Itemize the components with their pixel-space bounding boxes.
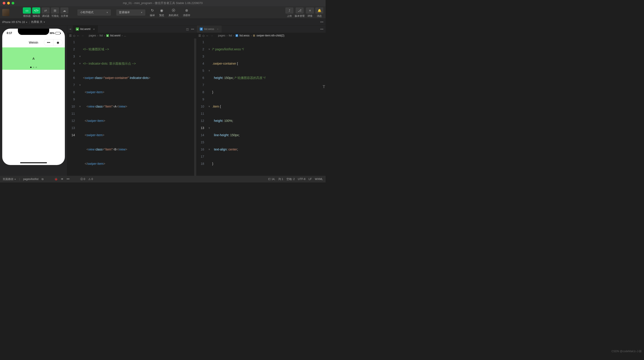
encoding[interactable]: UTF-8 xyxy=(298,178,306,181)
tabs-left: ⇥ ▸list.wxml× ◫••• xyxy=(67,26,196,33)
copy-icon[interactable]: ⧉ xyxy=(42,178,44,181)
bc-list[interactable]: list xyxy=(229,34,232,37)
close-tab-icon[interactable]: × xyxy=(217,28,219,31)
status-battery: 99% xyxy=(50,32,54,34)
status-time: 0:17 xyxy=(7,32,12,35)
bc-pages[interactable]: pages xyxy=(89,34,96,37)
eol[interactable]: LF xyxy=(308,178,312,181)
page-title: Weixin xyxy=(29,41,38,44)
hotreload-selector[interactable]: 热重载 关 ▼ xyxy=(31,20,46,24)
code-wxml[interactable]: 1234567891011121314 ∨∨∨∨ <!-- 轮播图区域 --> … xyxy=(67,38,196,176)
device-bar: iPhone XR 67% 16 ▼ | 热重载 关 ▼ ••• xyxy=(0,19,326,26)
view-toggle-group: ▭模拟器 </>编辑器 ⇄调试器 ⊞可视化 ☁云开发 xyxy=(23,8,68,18)
simulator-panel: 0:17 99% Weixin •••◉ A xyxy=(0,26,67,176)
page-path[interactable]: pages/list/list xyxy=(23,178,38,181)
remote-debug-button[interactable]: ⦿真机调试 xyxy=(168,8,178,17)
back-icon[interactable]: ← xyxy=(77,34,80,37)
tabs-right: #list.wxss× ••• xyxy=(196,26,326,33)
compile-button[interactable]: ↻编译 xyxy=(150,8,155,17)
preview-button[interactable]: ◉预览 xyxy=(159,8,164,17)
main-area: 0:17 99% Weixin •••◉ A ⇥ ▸list.wxml× ◫••… xyxy=(0,26,326,176)
editor-toggle[interactable]: </>编辑器 xyxy=(32,8,40,18)
indent[interactable]: 空格: 2 xyxy=(286,177,295,181)
close-window-button[interactable] xyxy=(3,2,5,4)
phone-notch xyxy=(18,28,49,35)
more-icon[interactable]: ••• xyxy=(320,28,323,31)
simulator-toggle[interactable]: ▭模拟器 xyxy=(23,8,31,18)
language[interactable]: WXML xyxy=(315,178,323,181)
code-wxss[interactable]: 123456789101112131415161718 ∨∨∨∨∨ /* pag… xyxy=(196,38,326,176)
bc-list[interactable]: list xyxy=(100,34,103,37)
device-selector[interactable]: iPhone XR 67% 16 ▼ xyxy=(2,20,28,24)
list-icon[interactable]: ☰ xyxy=(198,34,201,37)
split-icon[interactable]: ◫ xyxy=(186,28,189,31)
bug-icon[interactable]: 🐞 xyxy=(54,178,58,181)
main-toolbar: ▭模拟器 </>编辑器 ⇄调试器 ⊞可视化 ☁云开发 小程序模式▼ 普通编译▼ … xyxy=(0,6,326,19)
toggle-sidebar-icon[interactable]: ⇥ xyxy=(67,26,73,33)
home-indicator xyxy=(20,162,47,163)
compile-dropdown[interactable]: 普通编译▼ xyxy=(116,10,145,16)
forward-icon[interactable]: → xyxy=(81,34,84,37)
breadcrumb-right: ☰ ◇ ← → pages› list› # list.wxss› ⊞ swip… xyxy=(196,33,326,38)
debugger-toggle[interactable]: ⇄调试器 xyxy=(42,8,50,18)
mode-dropdown[interactable]: 小程序模式▼ xyxy=(77,10,111,16)
traffic-lights xyxy=(3,2,14,4)
more-icon[interactable]: ••• xyxy=(320,20,323,24)
bc-pages[interactable]: pages xyxy=(218,34,226,37)
swiper-dots xyxy=(30,67,37,68)
swiper-content: A xyxy=(32,57,34,60)
bc-selector[interactable]: swiper-item:nth-child(2) xyxy=(256,34,284,37)
minimize-window-button[interactable] xyxy=(7,2,10,4)
upload-button[interactable]: ⤴上传 xyxy=(285,8,294,18)
statusbar: 页面路径 ▼ | pages/list/list ⧉ 🐞 👁 ••• ⓧ 0 ⚠… xyxy=(0,176,326,182)
cursor-col[interactable]: 列 1 xyxy=(278,177,283,181)
phone-nav-bar: Weixin •••◉ xyxy=(2,38,65,48)
editor-left: ⇥ ▸list.wxml× ◫••• ☰ ◇ ← → pages› list› … xyxy=(67,26,196,176)
side-indicator: T xyxy=(323,83,325,90)
list-icon[interactable]: ☰ xyxy=(69,34,72,37)
eye-icon[interactable]: 👁 xyxy=(61,178,64,181)
back-icon[interactable]: ← xyxy=(206,34,209,37)
version-button[interactable]: ⎇版本管理 xyxy=(295,8,304,18)
bookmark-icon[interactable]: ◇ xyxy=(202,34,204,37)
bc-file[interactable]: list.wxss xyxy=(240,34,250,37)
window-title: mp_01 - mini_program - 微信开发者工具 Stable 1.… xyxy=(123,1,203,5)
bc-more[interactable]: ... xyxy=(124,34,126,37)
more-icon[interactable]: ••• xyxy=(67,178,70,181)
tab-list-wxss[interactable]: #list.wxss× xyxy=(196,26,222,33)
forward-icon[interactable]: → xyxy=(210,34,213,37)
phone-frame: 0:17 99% Weixin •••◉ A xyxy=(2,28,65,165)
breadcrumb-left: ☰ ◇ ← → pages› list› ▸ list.wxml› ... xyxy=(67,33,196,38)
cursor-line[interactable]: 行 14, xyxy=(268,177,275,181)
message-button[interactable]: 🔔消息 xyxy=(315,8,323,18)
warnings[interactable]: ⚠ 0 xyxy=(88,178,93,181)
avatar[interactable] xyxy=(2,9,10,16)
bookmark-icon[interactable]: ◇ xyxy=(73,34,75,37)
swiper-preview[interactable]: A xyxy=(2,48,65,70)
titlebar: mp_01 - mini_program - 微信开发者工具 Stable 1.… xyxy=(0,0,326,6)
maximize-window-button[interactable] xyxy=(12,2,14,4)
more-icon[interactable]: ••• xyxy=(191,28,194,31)
errors[interactable]: ⓧ 0 xyxy=(80,177,85,181)
clear-cache-button[interactable]: ⊗清缓存 xyxy=(183,8,190,17)
cloud-toggle[interactable]: ☁云开发 xyxy=(60,8,68,18)
tab-list-wxml[interactable]: ▸list.wxml× xyxy=(73,26,98,33)
editor-right: #list.wxss× ••• ☰ ◇ ← → pages› list› # l… xyxy=(196,26,326,176)
page-path-label[interactable]: 页面路径 ▼ xyxy=(3,177,16,181)
capsule-button[interactable]: •••◉ xyxy=(44,39,62,46)
bc-file[interactable]: list.wxml xyxy=(110,34,120,37)
close-tab-icon[interactable]: × xyxy=(93,28,95,31)
visual-toggle[interactable]: ⊞可视化 xyxy=(51,8,59,18)
details-button[interactable]: ≡详情 xyxy=(306,8,314,18)
